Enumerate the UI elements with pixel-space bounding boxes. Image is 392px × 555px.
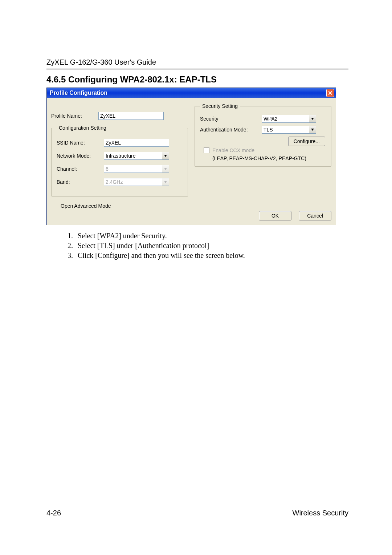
band-value: 2.4GHz [106, 179, 123, 185]
chevron-down-icon [309, 115, 316, 122]
security-setting-legend: Security Setting [200, 103, 240, 109]
document-header: ZyXEL G-162/G-360 User's Guide [46, 58, 348, 66]
authentication-mode-label: Authentication Mode: [200, 127, 262, 133]
steps-list: Select [WPA2] under Security. Select [TL… [75, 232, 348, 260]
configuration-setting-group: Configuration Setting SSID Name: Network… [51, 125, 188, 197]
channel-label: Channel: [57, 166, 104, 172]
ccx-hint: (LEAP, PEAP-MS-CHAP-V2, PEAP-GTC) [212, 155, 326, 161]
authentication-mode-select[interactable]: TLS [262, 126, 316, 134]
enable-ccx-label: Enable CCX mode [212, 147, 254, 153]
ssid-name-input[interactable] [104, 139, 169, 147]
header-rule [46, 69, 348, 69]
page-number: 4-26 [46, 509, 61, 517]
security-select[interactable]: WPA2 [262, 115, 316, 123]
channel-select: 6 [104, 165, 169, 173]
profile-name-label: Profile Name: [51, 113, 98, 119]
ssid-name-label: SSID Name: [57, 140, 104, 146]
security-setting-group: Security Setting Security WPA2 A [195, 103, 331, 167]
band-label: Band: [57, 179, 104, 185]
profile-name-input[interactable] [98, 112, 164, 120]
enable-ccx-checkbox [204, 147, 209, 153]
chevron-down-icon [162, 165, 169, 173]
network-mode-select[interactable]: Infrastructure [104, 152, 169, 160]
network-mode-label: Network Mode: [57, 153, 104, 159]
ok-button[interactable]: OK [259, 211, 291, 220]
authentication-mode-value: TLS [264, 127, 273, 133]
open-advanced-mode-link[interactable]: Open Advanced Mode [61, 203, 188, 209]
step-item: Select [TLS] under [Authentication proto… [75, 242, 348, 250]
cancel-button[interactable]: Cancel [299, 211, 331, 220]
step-item: Click [Configure] and then you will see … [75, 251, 348, 260]
configuration-setting-legend: Configuration Setting [57, 125, 109, 131]
window-title: Profile Configuration [50, 90, 326, 96]
window-close-button[interactable] [326, 89, 334, 97]
profile-configuration-window: Profile Configuration Profile Name: Conf… [46, 88, 336, 225]
configure-button[interactable]: Configure... [288, 137, 325, 146]
security-label: Security [200, 116, 262, 122]
footer-chapter: Wireless Security [293, 509, 348, 517]
chevron-down-icon [162, 178, 169, 186]
network-mode-value: Infrastructure [106, 153, 135, 159]
band-select: 2.4GHz [104, 178, 169, 186]
channel-value: 6 [106, 166, 109, 172]
close-icon [328, 91, 332, 95]
security-value: WPA2 [264, 116, 278, 122]
step-item: Select [WPA2] under Security. [75, 232, 348, 240]
chevron-down-icon [162, 152, 169, 159]
chevron-down-icon [309, 126, 316, 133]
section-heading: 4.6.5 Configuring WPA2-802.1x: EAP-TLS [46, 74, 348, 85]
window-titlebar: Profile Configuration [47, 88, 336, 98]
